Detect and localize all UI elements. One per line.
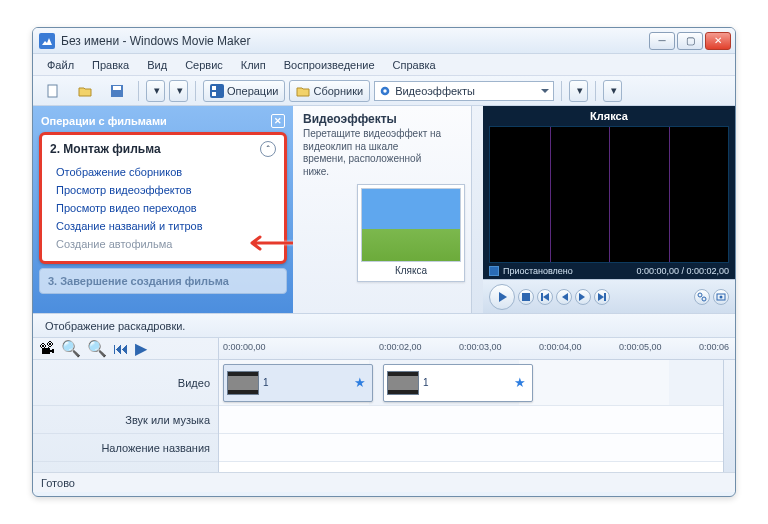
row-label-video: Видео (33, 360, 218, 406)
task-view-effects[interactable]: Просмотр видеоэффектов (56, 181, 276, 199)
separator (138, 81, 139, 101)
preview-title: Клякса (483, 106, 735, 126)
timeline-track-area[interactable]: 0:00:00,00 0:00:02,00 0:00:03,00 0:00:04… (219, 338, 735, 472)
tl-view-icon[interactable]: 📽 (39, 340, 55, 358)
effect-thumbnail (361, 188, 461, 262)
open-button[interactable] (71, 80, 99, 102)
task-show-collections[interactable]: Отображение сборников (56, 163, 276, 181)
svg-rect-1 (48, 85, 57, 97)
collections-label: Сборники (313, 85, 363, 97)
svg-rect-3 (113, 86, 121, 90)
timeline-scrollbar[interactable] (723, 360, 735, 472)
preview-panel: Клякса Приостановлено 0:00:00,00 / 0:00:… (483, 106, 735, 313)
tick: 0:00:04,00 (539, 342, 582, 352)
status-icon (489, 266, 499, 276)
tl-play-icon[interactable]: ▶ (135, 339, 147, 358)
task-section-finish[interactable]: 3. Завершение создания фильма (39, 268, 287, 294)
maximize-button[interactable]: ▢ (677, 32, 703, 50)
tick: 0:00:03,00 (459, 342, 502, 352)
preview-statusbar: Приостановлено 0:00:00,00 / 0:00:02,00 (483, 263, 735, 279)
timeline-ruler[interactable]: 0:00:00,00 0:00:02,00 0:00:03,00 0:00:04… (219, 338, 735, 360)
menu-clip[interactable]: Клип (233, 57, 274, 73)
clip-num: 1 (263, 377, 269, 388)
tasks-title: Операции с фильмами (41, 115, 167, 127)
tick: 0:00:00,00 (223, 342, 266, 352)
toolbar: ▾ ▾ Операции Сборники Видеоэффекты ▾ ▾ (33, 76, 735, 106)
menu-view[interactable]: Вид (139, 57, 175, 73)
menubar: Файл Правка Вид Сервис Клип Воспроизведе… (33, 54, 735, 76)
effect-star-icon: ★ (354, 375, 366, 390)
task-view-transitions[interactable]: Просмотр видео переходов (56, 199, 276, 217)
title-track[interactable] (219, 434, 735, 462)
main-area: Операции с фильмами ✕ 2. Монтаж фильма ˆ… (33, 106, 735, 314)
menu-tools[interactable]: Сервис (177, 57, 231, 73)
minimize-button[interactable]: ─ (649, 32, 675, 50)
window-title: Без имени - Windows Movie Maker (61, 34, 649, 48)
tasks-button[interactable]: Операции (203, 80, 285, 102)
tl-rewind-icon[interactable]: ⏮ (113, 340, 129, 358)
app-icon (39, 33, 55, 49)
new-button[interactable] (39, 80, 67, 102)
rewind-button[interactable] (537, 289, 553, 305)
collections-button[interactable]: Сборники (289, 80, 370, 102)
row-label-audio: Звук или музыка (33, 406, 218, 434)
gallery-panel: Видеоэффекты Перетащите видеоэффект на в… (293, 106, 483, 313)
view-button[interactable]: ▾ (603, 80, 622, 102)
prev-button[interactable] (556, 289, 572, 305)
task-create-titles[interactable]: Создание названий и титров (56, 217, 276, 235)
status-text: Готово (41, 477, 75, 489)
task-section-finish-title: 3. Завершение создания фильма (48, 275, 229, 287)
next-button[interactable] (575, 289, 591, 305)
stop-button[interactable] (518, 289, 534, 305)
video-track[interactable]: 1 ★ 1 ★ (219, 360, 735, 406)
clip-item[interactable]: 1 ★ (383, 364, 533, 402)
timeline-mode-label[interactable]: Отображение раскадровки. (45, 320, 185, 332)
menu-file[interactable]: Файл (39, 57, 82, 73)
task-section-montage: 2. Монтаж фильма ˆ Отображение сборников… (39, 132, 287, 264)
menu-help[interactable]: Справка (385, 57, 444, 73)
close-button[interactable]: ✕ (705, 32, 731, 50)
tick: 0:00:02,00 (379, 342, 422, 352)
menu-play[interactable]: Воспроизведение (276, 57, 383, 73)
tasks-close-icon[interactable]: ✕ (271, 114, 285, 128)
svg-point-18 (720, 295, 723, 298)
save-button[interactable] (103, 80, 131, 102)
timeline: 📽 🔍 🔍 ⏮ ▶ Видео Звук или музыка Наложени… (33, 338, 735, 472)
task-list: Отображение сборников Просмотр видеоэффе… (42, 163, 284, 261)
preview-screen[interactable] (489, 126, 729, 263)
svg-rect-6 (212, 92, 216, 96)
fwd-button[interactable] (594, 289, 610, 305)
split-button[interactable] (694, 289, 710, 305)
snapshot-button[interactable] (713, 289, 729, 305)
redo-button[interactable]: ▾ (169, 80, 188, 102)
menu-edit[interactable]: Правка (84, 57, 137, 73)
svg-rect-5 (212, 86, 216, 90)
app-window: Без имени - Windows Movie Maker ─ ▢ ✕ Фа… (32, 27, 736, 497)
row-label-title: Наложение названия (33, 434, 218, 462)
timeline-tool-icons: 📽 🔍 🔍 ⏮ ▶ (33, 338, 218, 360)
undo-button[interactable]: ▾ (146, 80, 165, 102)
audio-track[interactable] (219, 406, 735, 434)
import-button[interactable]: ▾ (569, 80, 588, 102)
task-automovie[interactable]: Создание автофильма (56, 235, 276, 253)
status-bar: Готово (33, 472, 735, 492)
window-buttons: ─ ▢ ✕ (649, 32, 731, 50)
tl-zoomout-icon[interactable]: 🔍 (61, 339, 81, 358)
tl-zoomin-icon[interactable]: 🔍 (87, 339, 107, 358)
effect-item[interactable]: Клякса (357, 184, 465, 282)
svg-point-8 (383, 89, 386, 92)
play-button[interactable] (489, 284, 515, 310)
clip-thumb (227, 371, 259, 395)
tick: 0:00:05,00 (619, 342, 662, 352)
svg-point-16 (702, 297, 706, 301)
collapse-icon[interactable]: ˆ (260, 141, 276, 157)
collection-select[interactable]: Видеоэффекты (374, 81, 554, 101)
collection-select-value: Видеоэффекты (395, 85, 475, 97)
clip-item[interactable]: 1 ★ (223, 364, 373, 402)
timeline-labels: 📽 🔍 🔍 ⏮ ▶ Видео Звук или музыка Наложени… (33, 338, 219, 472)
titlebar: Без имени - Windows Movie Maker ─ ▢ ✕ (33, 28, 735, 54)
tasks-label: Операции (227, 85, 278, 97)
gallery-scrollbar[interactable] (471, 106, 483, 313)
tasks-panel: Операции с фильмами ✕ 2. Монтаж фильма ˆ… (33, 106, 293, 313)
tasks-header: Операции с фильмами ✕ (33, 106, 293, 132)
